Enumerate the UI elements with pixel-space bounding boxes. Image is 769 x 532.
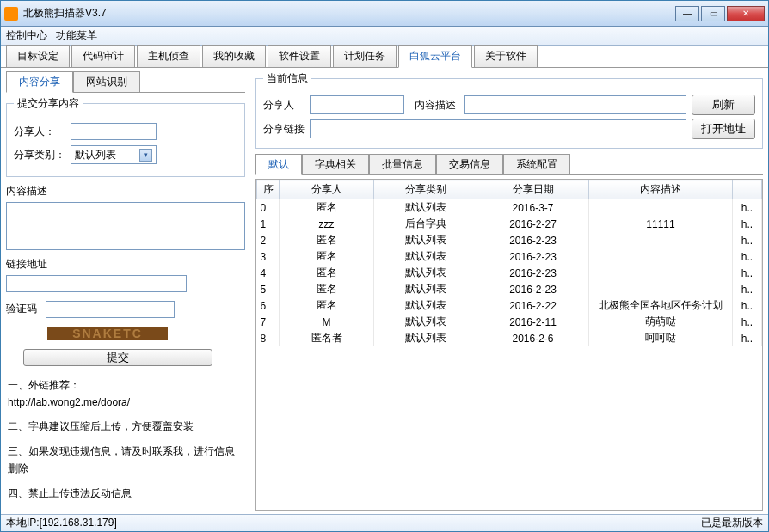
note-line: 四、禁止上传违法反动信息 <box>8 485 243 502</box>
cell: h.. <box>733 314 762 330</box>
main-tab-4[interactable]: 软件设置 <box>268 45 331 67</box>
cell: 匿名 <box>280 248 374 265</box>
info-tab-0[interactable]: 默认 <box>255 154 302 175</box>
captcha-image[interactable]: SNAKETC <box>47 327 168 340</box>
main-tab-7[interactable]: 关于软件 <box>474 45 538 67</box>
chevron-down-icon: ▾ <box>139 149 152 162</box>
menu-functions[interactable]: 功能菜单 <box>56 28 97 43</box>
cell <box>589 232 733 248</box>
desc-textarea[interactable] <box>6 202 245 250</box>
cell: 萌萌哒 <box>589 314 733 330</box>
submit-fieldset: 提交分享内容 分享人： 分享类别： 默认列表 ▾ <box>6 96 245 177</box>
info-tab-4[interactable]: 系统配置 <box>503 154 570 174</box>
menu-control-center[interactable]: 控制中心 <box>6 28 47 43</box>
sub-tab-0[interactable]: 内容分享 <box>6 71 73 93</box>
table-row[interactable]: 1zzz后台字典2016-2-2711111h.. <box>257 216 762 232</box>
main-tab-2[interactable]: 主机侦查 <box>137 45 200 67</box>
current-info-legend: 当前信息 <box>263 71 311 86</box>
main-tab-1[interactable]: 代码审计 <box>71 45 135 67</box>
col-header[interactable]: 内容描述 <box>589 180 733 199</box>
table-row[interactable]: 0匿名默认列表2016-3-7h.. <box>257 199 762 217</box>
info-tab-1[interactable]: 字典相关 <box>302 154 369 174</box>
submit-legend: 提交分享内容 <box>14 96 83 111</box>
close-button[interactable]: ✕ <box>727 6 765 21</box>
category-value: 默认列表 <box>75 148 116 162</box>
cell <box>589 265 733 281</box>
cell: 3 <box>257 248 280 265</box>
captcha-label: 验证码 <box>6 302 40 316</box>
notes: 一、外链推荐：http://lab.wong2.me/doora/二、字典建议压… <box>6 375 245 511</box>
cell: 2016-2-23 <box>477 281 589 297</box>
cell: 11111 <box>589 216 733 232</box>
main-tab-5[interactable]: 计划任务 <box>333 45 397 67</box>
app-window: 北极熊扫描器V3.7 — ▭ ✕ 控制中心 功能菜单 目标设定代码审计主机侦查我… <box>0 0 769 532</box>
cell: 匿名 <box>280 232 374 248</box>
cell: 2016-2-23 <box>477 248 589 265</box>
cell: 默认列表 <box>374 265 477 281</box>
cell: 北极熊全国各地区任务计划 <box>589 297 733 314</box>
table-row[interactable]: 6匿名默认列表2016-2-22北极熊全国各地区任务计划h.. <box>257 297 762 314</box>
cell: 匿名 <box>280 199 374 217</box>
cell: 匿名 <box>280 265 374 281</box>
col-header[interactable]: 序 <box>257 180 280 199</box>
current-info-fieldset: 当前信息 分享人 内容描述 刷新 分享链接 打开地址 <box>255 71 763 149</box>
minimize-button[interactable]: — <box>675 6 699 21</box>
refresh-button[interactable]: 刷新 <box>692 95 755 115</box>
sub-tabs: 内容分享网站识别 <box>6 71 245 93</box>
main-tab-3[interactable]: 我的收藏 <box>202 45 266 67</box>
note-line: 三、如果发现违规信息，请及时联系我，进行信息删除 <box>8 443 243 478</box>
cell: zzz <box>280 216 374 232</box>
col-header[interactable]: 分享日期 <box>477 180 589 199</box>
cell: 后台字典 <box>374 216 477 232</box>
cell: h.. <box>733 297 762 314</box>
table-row[interactable]: 7M默认列表2016-2-11萌萌哒h.. <box>257 314 762 330</box>
cell: h.. <box>733 265 762 281</box>
table-row[interactable]: 4匿名默认列表2016-2-23h.. <box>257 265 762 281</box>
main-tabs: 目标设定代码审计主机侦查我的收藏软件设置计划任务白狐云平台关于软件 <box>1 46 768 68</box>
link-input[interactable] <box>6 275 187 292</box>
client-area: 内容分享网站识别 提交分享内容 分享人： 分享类别： 默认列表 ▾ 内容描述 链… <box>1 68 768 514</box>
info-tab-3[interactable]: 交易信息 <box>436 154 503 174</box>
window-controls: — ▭ ✕ <box>675 6 765 21</box>
submit-button[interactable]: 提交 <box>23 349 212 366</box>
col-header[interactable]: 分享人 <box>280 180 374 199</box>
cur-desc-input[interactable] <box>464 95 686 114</box>
main-tab-0[interactable]: 目标设定 <box>6 45 70 67</box>
open-url-button[interactable]: 打开地址 <box>692 119 755 139</box>
info-tabs: 默认字典相关批量信息交易信息系统配置 <box>255 154 763 175</box>
cell: 2016-2-11 <box>477 314 589 330</box>
cell <box>589 199 733 217</box>
cell: 0 <box>257 199 280 217</box>
cell: 2016-3-7 <box>477 199 589 217</box>
statusbar: 本地IP:[192.168.31.179] 已是最新版本 <box>1 514 768 531</box>
sub-tab-1[interactable]: 网站识别 <box>73 71 140 92</box>
cur-link-input[interactable] <box>310 119 686 138</box>
table-row[interactable]: 3匿名默认列表2016-2-23h.. <box>257 248 762 265</box>
cell: h.. <box>733 216 762 232</box>
captcha-input[interactable] <box>46 301 175 318</box>
status-ip: 本地IP:[192.168.31.179] <box>6 516 117 530</box>
cell: 匿名 <box>280 297 374 314</box>
category-select[interactable]: 默认列表 ▾ <box>71 145 157 164</box>
table-row[interactable]: 2匿名默认列表2016-2-23h.. <box>257 232 762 248</box>
cell: h.. <box>733 330 762 346</box>
col-header[interactable]: 分享类别 <box>374 180 477 199</box>
cell: 8 <box>257 330 280 346</box>
col-header[interactable] <box>733 180 762 199</box>
sharer-input[interactable] <box>71 123 157 140</box>
link-label: 链接地址 <box>6 257 245 272</box>
table-row[interactable]: 8匿名者默认列表2016-2-6呵呵哒h.. <box>257 330 762 346</box>
main-tab-6[interactable]: 白狐云平台 <box>398 45 472 68</box>
cur-sharer-input[interactable] <box>310 95 404 114</box>
cell <box>589 248 733 265</box>
cell: 呵呵哒 <box>589 330 733 346</box>
cell: h.. <box>733 281 762 297</box>
cell: 默认列表 <box>374 232 477 248</box>
cell: 2016-2-22 <box>477 297 589 314</box>
table-row[interactable]: 5匿名默认列表2016-2-23h.. <box>257 281 762 297</box>
cell: 1 <box>257 216 280 232</box>
info-tab-2[interactable]: 批量信息 <box>369 154 436 174</box>
cell: 2 <box>257 232 280 248</box>
cell: 匿名者 <box>280 330 374 346</box>
maximize-button[interactable]: ▭ <box>701 6 725 21</box>
